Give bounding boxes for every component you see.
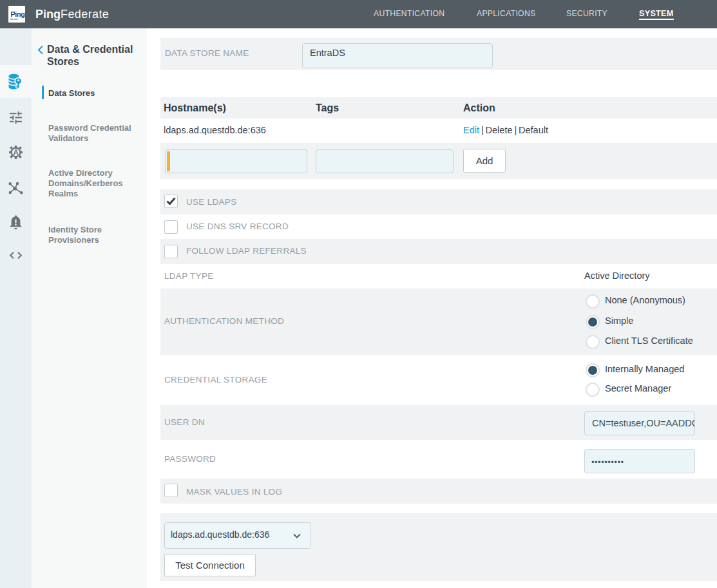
svg-text:A: A (13, 148, 19, 157)
svg-text:Identity: Identity (10, 18, 18, 21)
svg-text:Ping: Ping (10, 10, 24, 18)
